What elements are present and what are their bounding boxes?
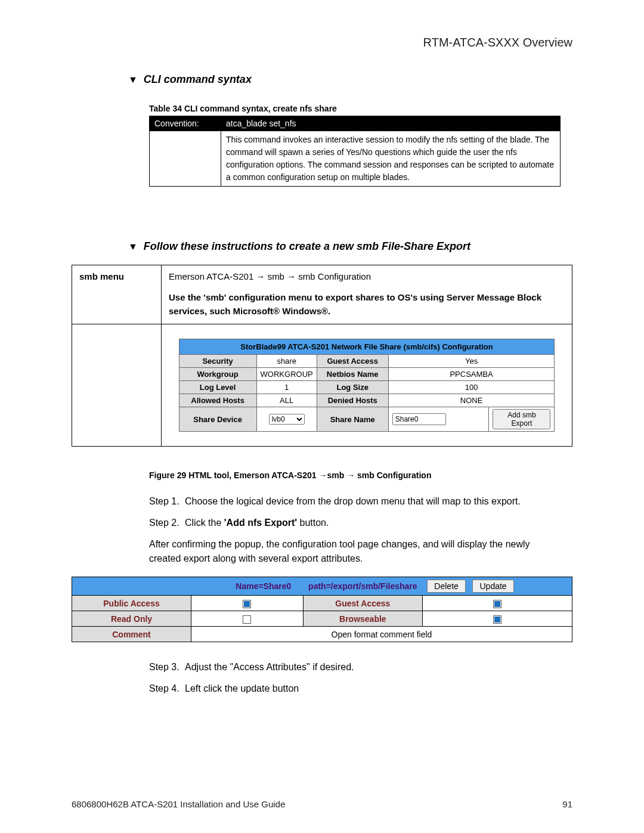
- guest-access-label: Guest Access: [303, 596, 422, 611]
- table34-empty: [150, 131, 221, 187]
- cfg-security-value: share: [256, 355, 317, 368]
- cfg-sharedevice-label: Share Device: [179, 407, 256, 432]
- step4-text: Left click the update button: [185, 682, 572, 696]
- arrow-icon: →: [346, 470, 355, 480]
- after-confirm-text: After confirming the popup, the configur…: [149, 537, 555, 566]
- triangle-icon: ▼: [128, 75, 138, 85]
- smb-cfg-cell: StorBlade99 ATCA-S201 Network File Share…: [162, 324, 572, 447]
- triangle-icon: ▼: [128, 241, 138, 252]
- table34-convention-label: Convention:: [150, 116, 221, 131]
- guest-access-check-cell: [422, 596, 572, 611]
- section-smb-heading: ▼ Follow these instructions to create a …: [128, 240, 572, 253]
- smb-description: Use the 'smb' configuration menu to expo…: [169, 291, 565, 318]
- read-only-check-cell: [191, 611, 304, 627]
- cfg-security-label: Security: [179, 355, 256, 368]
- export-top-spacer: [72, 577, 191, 596]
- share-name-input[interactable]: [392, 413, 446, 425]
- public-access-checkbox[interactable]: [243, 600, 251, 608]
- steps-block-2: Step 3. Adjust the "Access Attributes" i…: [149, 660, 572, 696]
- step2-number: Step 2.: [149, 516, 185, 530]
- public-access-check-cell: [191, 596, 304, 611]
- smb-menu-table: smb menu Emerson ATCA-S201 → smb → smb C…: [72, 265, 572, 447]
- step2-pre: Click the: [185, 518, 224, 528]
- steps-block-1: Step 1. Choose the logical device from t…: [149, 494, 572, 530]
- cfg-guestaccess-label: Guest Access: [317, 355, 388, 368]
- cfg-denied-value: NONE: [388, 394, 555, 407]
- cfg-netbios-value: PPCSAMBA: [388, 368, 555, 381]
- table34-convention-value: atca_blade set_nfs: [221, 116, 561, 131]
- footer-left: 6806800H62B ATCA-S201 Installation and U…: [72, 799, 285, 809]
- table34-description: This command invokes an interactive sess…: [221, 131, 561, 187]
- section-smb-title: Follow these instructions to create a ne…: [144, 240, 470, 253]
- update-button[interactable]: Update: [472, 580, 513, 593]
- export-path: path=/export/smb/Fileshare: [303, 577, 422, 596]
- cfg-addexport-cell: Add smb Export: [489, 407, 555, 432]
- smb-breadcrumb: Emerson ATCA-S201 → smb → smb Configurat…: [169, 271, 565, 281]
- step3-number: Step 3.: [149, 660, 185, 674]
- step1-number: Step 1.: [149, 494, 185, 509]
- cfg-denied-label: Denied Hosts: [317, 394, 388, 407]
- fig-post: smb Configuration: [355, 470, 431, 480]
- step2-text: Click the 'Add nfs Export' button.: [185, 516, 572, 530]
- delete-button[interactable]: Delete: [427, 580, 465, 593]
- smb-desc-bold: 'smb': [203, 292, 226, 302]
- cfg-workgroup-label: Workgroup: [179, 368, 256, 381]
- export-name: Name=Share0: [191, 577, 304, 596]
- page-footer: 6806800H62B ATCA-S201 Installation and U…: [72, 799, 572, 809]
- figure29-caption: Figure 29 HTML tool, Emerson ATCA-S201 →…: [149, 470, 572, 480]
- guest-access-checkbox[interactable]: [493, 600, 501, 608]
- step3-text: Adjust the "Access Attributes" if desire…: [185, 660, 572, 674]
- cfg-workgroup-value: WORKGROUP: [256, 368, 317, 381]
- step2-bold: 'Add nfs Export': [224, 518, 297, 528]
- step4-number: Step 4.: [149, 682, 185, 696]
- browseable-checkbox[interactable]: [493, 615, 501, 624]
- read-only-checkbox[interactable]: [243, 615, 251, 624]
- cfg-loglevel-value: 1: [256, 381, 317, 394]
- page-header: RTM-ATCA-SXXX Overview: [72, 36, 572, 49]
- smb-cfg-label-cell: [72, 324, 162, 447]
- browseable-check-cell: [422, 611, 572, 627]
- add-smb-export-button[interactable]: Add smb Export: [493, 409, 550, 429]
- arrow-icon: →: [287, 271, 296, 281]
- smb-menu-label: smb menu: [72, 265, 162, 324]
- cfg-netbios-label: Netbios Name: [317, 368, 388, 381]
- arrow-icon: →: [318, 470, 327, 480]
- fig-mid: smb: [327, 470, 346, 480]
- comment-label: Comment: [72, 627, 191, 642]
- smb-menu-desc-cell: Emerson ATCA-S201 → smb → smb Configurat…: [162, 265, 572, 324]
- step1-text: Choose the logical device from the drop …: [185, 494, 572, 509]
- footer-page-number: 91: [562, 799, 572, 809]
- arrow-icon: →: [256, 271, 265, 281]
- read-only-label: Read Only: [72, 611, 191, 627]
- browseable-label: Browseable: [303, 611, 422, 627]
- table34-caption: Table 34 CLI command syntax, create nfs …: [149, 104, 572, 113]
- smb-config-table: StorBlade99 ATCA-S201 Network File Share…: [179, 339, 555, 432]
- cfg-loglevel-label: Log Level: [179, 381, 256, 394]
- public-access-label: Public Access: [72, 596, 191, 611]
- cfg-sharename-cell: [388, 407, 489, 432]
- cfg-guestaccess-value: Yes: [388, 355, 555, 368]
- share-device-select[interactable]: lvb0: [269, 414, 305, 425]
- breadcrumb-p1: Emerson ATCA-S201: [169, 271, 253, 281]
- breadcrumb-p3: smb Configuration: [298, 271, 371, 281]
- cfg-logsize-label: Log Size: [317, 381, 388, 394]
- cfg-sharedevice-cell: lvb0: [256, 407, 317, 432]
- cfg-title: StorBlade99 ATCA-S201 Network File Share…: [179, 339, 555, 355]
- cfg-sharename-label: Share Name: [317, 407, 388, 432]
- export-buttons-cell: Delete Update: [422, 577, 572, 596]
- export-table: Name=Share0 path=/export/smb/Fileshare D…: [72, 577, 572, 642]
- cfg-logsize-value: 100: [388, 381, 555, 394]
- cfg-allowed-value: ALL: [256, 394, 317, 407]
- fig-pre: Figure 29 HTML tool, Emerson ATCA-S201: [149, 470, 318, 480]
- comment-value: Open format comment field: [191, 627, 572, 642]
- smb-desc-pre: Use the: [169, 292, 203, 302]
- cfg-allowed-label: Allowed Hosts: [179, 394, 256, 407]
- section-cli-heading: ▼ CLI command syntax: [128, 73, 572, 86]
- step2-post: button.: [297, 518, 329, 528]
- section-cli-title: CLI command syntax: [144, 73, 252, 86]
- table34: Convention: atca_blade set_nfs This comm…: [149, 116, 561, 187]
- breadcrumb-p2: smb: [268, 271, 284, 281]
